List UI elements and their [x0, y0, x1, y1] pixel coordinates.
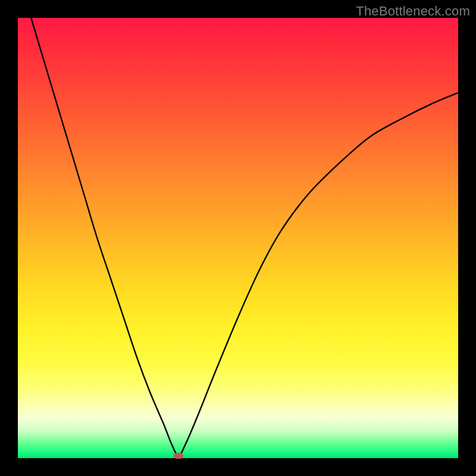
bottleneck-curve-path	[31, 18, 458, 456]
chart-frame: TheBottleneck.com	[0, 0, 476, 476]
curve-svg	[18, 18, 458, 458]
optimal-point-marker	[174, 453, 183, 459]
plot-area	[18, 18, 458, 458]
watermark-text: TheBottleneck.com	[356, 4, 470, 19]
